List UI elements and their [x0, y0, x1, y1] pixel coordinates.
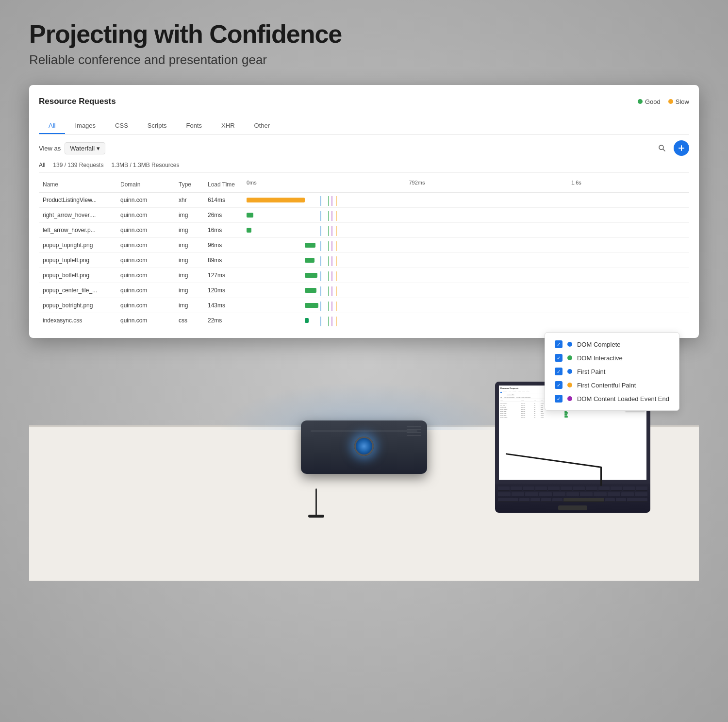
cell-domain: quinn.com [116, 313, 175, 328]
cell-loadtime: 89ms [204, 253, 243, 268]
key [621, 492, 634, 496]
summary-row: All 139 / 139 Requests 1.3MB / 1.3MB Res… [39, 162, 689, 173]
popup-checkbox[interactable]: ✓ [555, 395, 563, 403]
view-as-dropdown[interactable]: Waterfall ▾ [65, 142, 105, 154]
key [605, 498, 615, 502]
tab-images[interactable]: Images [65, 118, 105, 134]
cell-type: img [175, 298, 204, 313]
keyboard-row-2 [498, 492, 647, 496]
popup-item: ✓ First Paint [555, 368, 669, 375]
cell-type: img [175, 268, 204, 283]
plus-icon [678, 144, 685, 152]
key [552, 498, 563, 502]
page-subtitle: Reliable conference and presentation gea… [29, 52, 699, 67]
cell-name: ProductListingView... [39, 193, 116, 208]
laptop-keyboard [495, 484, 650, 513]
key [566, 492, 579, 496]
tab-css[interactable]: CSS [105, 118, 138, 134]
cell-loadtime: 16ms [204, 223, 243, 238]
cell-loadtime: 26ms [204, 208, 243, 223]
cell-domain: quinn.com [116, 193, 175, 208]
popup-dot [567, 369, 572, 374]
cell-name: left_arrow_hover.p... [39, 223, 116, 238]
tab-other[interactable]: Other [245, 118, 280, 134]
search-button[interactable] [654, 140, 670, 156]
projector-body [301, 420, 427, 474]
cell-name: popup_botleft.png [39, 268, 116, 283]
key [563, 498, 604, 502]
tab-bar: All Images CSS Scripts Fonts XHR Other [39, 118, 689, 134]
cell-loadtime: 22ms [204, 313, 243, 328]
table-row: popup_botright.png quinn.com img 143ms [39, 298, 689, 313]
popup-item-label: DOM Content Loaded Event End [577, 395, 669, 403]
cell-name: popup_center_tile_... [39, 283, 116, 298]
popup-item-label: First Contentful Paint [577, 382, 636, 389]
keyboard-row-1 [498, 487, 647, 490]
projector-lens [354, 437, 374, 456]
tab-xhr[interactable]: XHR [212, 118, 244, 134]
cell-domain: quinn.com [116, 208, 175, 223]
panel-header: Resource Requests Good Slow [39, 97, 689, 110]
popup-item: ✓ DOM Complete [555, 340, 669, 348]
table-row: ProductListingView... quinn.com xhr 614m… [39, 193, 689, 208]
legend-good-label: Good [645, 98, 661, 105]
popup-dot [567, 342, 572, 347]
popup-checkbox[interactable]: ✓ [555, 368, 563, 375]
popup-checkbox[interactable]: ✓ [555, 354, 563, 362]
key [498, 487, 510, 490]
search-icon [658, 144, 666, 152]
slow-dot [668, 99, 673, 104]
key [636, 487, 647, 490]
legend-slow: Slow [668, 98, 689, 105]
cell-type: img [175, 208, 204, 223]
cell-domain: quinn.com [116, 253, 175, 268]
cell-domain: quinn.com [116, 238, 175, 253]
cell-name: right_arrow_hover.... [39, 208, 116, 223]
cell-waterfall [243, 268, 689, 283]
legend-popup: ✓ DOM Complete ✓ DOM Interactive ✓ First… [545, 332, 679, 411]
key [561, 487, 572, 490]
cell-domain: quinn.com [116, 298, 175, 313]
tab-all[interactable]: All [39, 118, 65, 134]
cell-type: img [175, 223, 204, 238]
cell-waterfall [243, 283, 689, 298]
popup-checkbox[interactable]: ✓ [555, 381, 563, 389]
screen-panel: Resource Requests Good Slow All Images C… [29, 85, 699, 338]
cell-waterfall [243, 298, 689, 313]
key [548, 487, 560, 490]
projector [301, 420, 427, 488]
cell-waterfall [243, 238, 689, 253]
key [498, 492, 511, 496]
legend: Good Slow [638, 98, 689, 105]
panel-title: Resource Requests [39, 97, 116, 106]
cell-type: img [175, 253, 204, 268]
cell-waterfall [243, 223, 689, 238]
cell-name: popup_topleft.png [39, 253, 116, 268]
cell-waterfall [243, 208, 689, 223]
tab-fonts[interactable]: Fonts [177, 118, 212, 134]
cell-type: css [175, 313, 204, 328]
key [580, 492, 593, 496]
popup-dot [567, 355, 572, 360]
key [608, 492, 620, 496]
tab-scripts[interactable]: Scripts [138, 118, 177, 134]
key [623, 487, 635, 490]
popup-item-label: DOM Interactive [577, 354, 623, 362]
cell-waterfall [243, 193, 689, 208]
cell-loadtime: 614ms [204, 193, 243, 208]
add-button[interactable] [674, 140, 689, 156]
cable-curve [600, 467, 602, 486]
table-row: right_arrow_hover.... quinn.com img 26ms [39, 208, 689, 223]
summary-resources: 1.3MB / 1.3MB Resources [111, 162, 179, 168]
popup-checkbox[interactable]: ✓ [555, 340, 563, 348]
key [519, 498, 529, 502]
toolbar-icons [654, 140, 689, 156]
view-as-label: View as [39, 145, 61, 152]
page-title: Projecting with Confidence [29, 19, 699, 49]
key [525, 492, 538, 496]
cell-domain: quinn.com [116, 283, 175, 298]
popup-dot [567, 396, 572, 401]
cell-waterfall [243, 313, 689, 328]
svg-line-1 [663, 149, 665, 151]
cell-type: xhr [175, 193, 204, 208]
